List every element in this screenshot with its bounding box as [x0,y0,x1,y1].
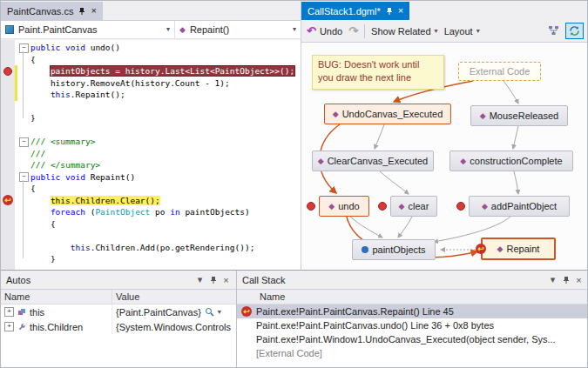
pin-icon[interactable] [559,273,572,287]
layout-button[interactable]: Layout ▾ [444,26,480,37]
callstack-row[interactable]: Paint.exe!Paint.PaintCanvas.undo() Line … [237,318,588,332]
show-related-label: Show Related [371,26,431,37]
code-segment: /// <summary> [30,137,95,146]
code-area[interactable]: public void undo(){ paintObjects = histo… [30,42,301,270]
wrench-icon [17,323,26,331]
code-line[interactable]: } [30,253,301,265]
method-icon: ◆ [497,245,504,253]
graph-edge-clearcanvas-executed-clear[interactable] [380,171,409,194]
outline-collapse-toggle[interactable]: − [19,172,29,182]
code-line[interactable]: paintObjects = history.Last<List<PaintOb… [30,65,301,77]
pin-icon[interactable] [78,7,85,16]
callstack-row[interactable]: Paint.exe!Paint.Window1.UndoCanvas_Execu… [237,332,588,346]
graph-node-external-code[interactable]: External Code [458,62,541,81]
graph-edge-constructioncomplete-addpaintobject[interactable] [514,171,518,194]
code-line[interactable] [30,124,301,137]
column-name[interactable]: Name [1,290,112,304]
code-line[interactable]: foreach (PaintObject po in paintObjects) [30,206,301,218]
tab-paintcanvas[interactable]: PaintCanvas.cs × [1,2,103,20]
bottom-tool-windows: Autos ▾ × Name Value +this{Paint.PaintCa… [1,270,588,368]
method-icon: ◆ [482,203,488,211]
graph-node-constructioncomplete[interactable]: ◆constructionComplete [449,151,573,171]
code-segment: Repaint() [85,172,135,182]
graph-node-clearcanvas-executed[interactable]: ◆ClearCanvas_Executed [312,151,434,171]
graph-node-label: paintObjects [372,244,425,255]
graph-node-clear[interactable]: ◆clear [390,196,437,217]
bug-comment-note[interactable]: BUG: Doesn't work until you draw the nex… [312,55,444,90]
outline-collapse-toggle[interactable]: − [19,43,29,53]
flow-layout-button[interactable] [546,23,561,38]
close-icon[interactable]: × [220,273,233,287]
graph-edge-clear-paintobjects[interactable] [398,217,412,238]
code-line[interactable]: { [30,54,301,66]
close-icon[interactable]: × [572,273,585,287]
code-segment: void [65,43,85,52]
graph-node-undo[interactable]: ◆undo [319,196,369,217]
frame-text: Paint.exe!Paint.PaintCanvas.Repaint() Li… [256,306,454,317]
code-line[interactable]: { [30,183,301,195]
graph-edge-undocanvas-executed-clearcanvas-executed[interactable] [375,124,384,149]
auto-update-toggle-button[interactable] [565,23,584,39]
window-menu-icon[interactable]: ▾ [546,273,559,287]
graph-edge-mousereleased-constructioncomplete[interactable] [513,126,518,149]
callstack-row[interactable]: [External Code] [237,346,588,360]
redo-icon[interactable]: ↷ [348,25,358,37]
graph-node-label: constructionComplete [470,156,562,166]
code-line[interactable]: /// </summary> [30,159,301,171]
graph-node-mousereleased[interactable]: ◆MouseReleased [470,105,568,126]
graph-node-addpaintobject[interactable]: ◆addPaintObject [469,196,570,217]
code-line[interactable]: this.Children.Add(po.getRendering()); [30,242,301,254]
autos-row[interactable]: +this{Paint.PaintCanvas}▾ [1,304,236,319]
code-line[interactable]: public void Repaint() [30,171,301,184]
code-line[interactable]: { [30,218,301,231]
show-related-button[interactable]: Show Related ▾ [371,26,438,37]
toolbar-right-group [546,23,584,39]
code-map-canvas[interactable]: BUG: Doesn't work until you draw the nex… [301,43,588,270]
code-editor: ↩ − − − public void undo(){ paintObjects… [1,40,301,270]
graph-node-repaint[interactable]: ↩◆Repaint [481,238,556,260]
undo-label: Undo [320,26,342,37]
code-segment: void [65,172,85,182]
column-value[interactable]: Value [112,290,143,304]
code-line[interactable]: public void undo() [30,42,301,54]
pin-icon[interactable] [386,7,393,16]
code-segment: .Repaint(); [71,90,125,99]
code-line[interactable]: history.RemoveAt(history.Count - 1); [30,77,301,90]
graph-edge-undo-paintobjects[interactable] [350,217,382,238]
code-line[interactable]: /// <summary> [30,136,301,148]
code-line[interactable] [30,230,301,242]
type-dropdown[interactable]: Paint.PaintCanvas ▾ [1,21,175,38]
chevron-down-icon: ▾ [166,25,170,33]
code-segment: .Children.Add(po.getRendering()); [91,243,255,252]
code-line[interactable] [30,101,301,113]
close-icon[interactable]: × [91,6,96,16]
close-icon[interactable]: × [398,6,403,16]
magnifier-icon[interactable] [205,307,214,317]
current-frame-icon: ↩ [237,306,256,317]
code-line[interactable]: this.Repaint(); [30,89,301,101]
autos-name-cell: +this [1,304,112,319]
graph-edge-external-code-mousereleased[interactable] [504,81,518,104]
expander-icon[interactable]: + [4,307,14,317]
code-line[interactable]: this.Children.Clear(); [30,195,301,207]
graph-node-paintobjects[interactable]: paintObjects [352,239,436,260]
callstack-panel: Call Stack ▾ × Name ↩Paint.exe!Paint.Pai… [236,271,588,368]
expander-icon[interactable]: + [4,322,14,331]
outline-collapse-toggle[interactable]: − [19,137,29,147]
pin-icon[interactable] [206,273,220,287]
chevron-down-icon[interactable]: ▾ [218,308,221,316]
member-dropdown[interactable]: ◆ Repaint() ▾ [175,21,301,38]
callstack-row[interactable]: ↩Paint.exe!Paint.PaintCanvas.Repaint() L… [237,304,588,318]
graph-node-undocanvas-executed[interactable]: ◆UndoCanvas_Executed [324,104,451,124]
window-menu-icon[interactable]: ▾ [193,273,206,287]
code-line[interactable]: } [30,112,301,124]
code-line[interactable]: /// [30,148,301,160]
column-name[interactable]: Name [237,290,288,304]
breakpoint-margin[interactable]: ↩ [1,40,15,270]
tab-callstack-dgml[interactable]: CallStack1.dgml* × [301,2,409,20]
autos-row[interactable]: +this.Children{System.Windows.Controls [1,319,236,334]
current-statement-icon[interactable]: ↩ [3,195,13,205]
autos-column-header: Name Value [1,290,236,304]
breakpoint-icon[interactable] [3,67,12,76]
undo-button[interactable]: ↶ Undo [307,25,342,37]
